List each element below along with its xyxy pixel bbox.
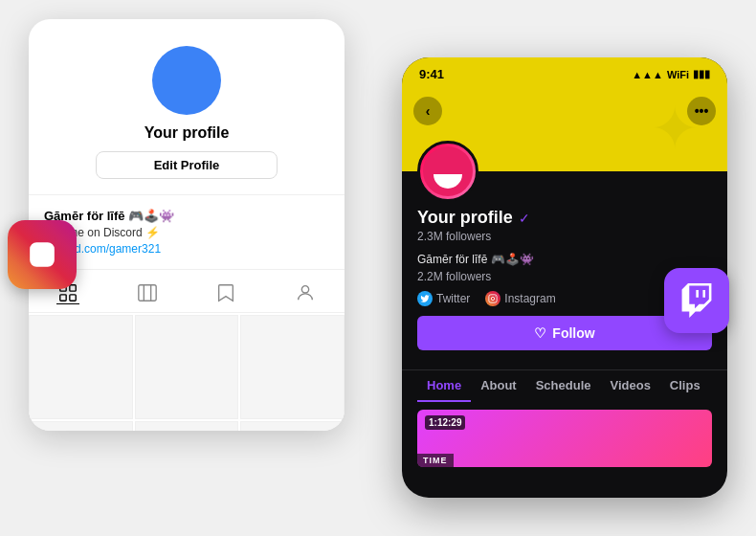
ig-tab-tagged[interactable] [294, 281, 317, 304]
ig-grid-cell-1[interactable] [29, 315, 133, 419]
twitch-bio: Gāmēr för līfē 🎮🕹️👾 [417, 253, 712, 266]
signal-icon: ▲▲▲ [632, 69, 663, 80]
ig-bio-name: Gāmēr för līfē 🎮🕹️👾 [44, 209, 329, 223]
scene: Your profile Edit Profile Gāmēr för līfē… [0, 0, 756, 536]
svg-rect-3 [70, 294, 76, 300]
twitch-back-button[interactable]: ‹ [413, 97, 442, 125]
twitch-tab-home[interactable]: Home [417, 370, 471, 402]
ig-bio-text: Join me on Discord ⚡ [44, 226, 329, 239]
twitch-banner-decoration: ✦ [651, 95, 699, 162]
wifi-icon: WiFi [667, 69, 689, 80]
twitch-nav-tabs: Home About Schedule Videos Clips [402, 369, 727, 402]
ig-photo-grid [29, 315, 345, 431]
ig-edit-profile-button[interactable]: Edit Profile [96, 151, 278, 179]
instagram-icon [29, 241, 56, 268]
svg-rect-1 [70, 284, 76, 290]
twitch-avatar-smile [434, 174, 462, 189]
svg-point-9 [37, 250, 46, 258]
ig-grid-cell-3[interactable] [240, 315, 345, 419]
twitch-logo-badge [664, 268, 729, 333]
instagram-logo-badge [8, 220, 77, 289]
ig-grid-cell-2[interactable] [135, 315, 239, 419]
instagram-social-icon [485, 291, 500, 306]
twitch-status-bar: 9:41 ▲▲▲ WiFi ▮▮▮ [402, 57, 727, 85]
twitch-avatar-face [423, 146, 473, 196]
ig-tab-saved[interactable] [214, 281, 237, 304]
svg-point-10 [47, 248, 49, 250]
svg-rect-11 [489, 295, 497, 302]
svg-point-12 [492, 297, 495, 300]
follow-label: Follow [552, 325, 594, 341]
ig-grid-cell-4[interactable] [29, 421, 133, 431]
twitch-tab-schedule[interactable]: Schedule [526, 370, 601, 402]
twitch-tab-about[interactable]: About [471, 370, 526, 402]
svg-rect-4 [139, 285, 156, 302]
twitch-username: Your profile [417, 208, 513, 228]
battery-icon: ▮▮▮ [693, 68, 710, 80]
twitch-video-preview[interactable]: 1:12:29 TIME [417, 410, 712, 467]
ig-profile-header: Your profile Edit Profile [29, 19, 345, 195]
heart-icon: ♡ [534, 325, 546, 341]
ig-grid-cell-5[interactable] [135, 421, 239, 431]
instagram-card: Your profile Edit Profile Gāmēr för līfē… [29, 19, 345, 431]
ig-avatar [152, 46, 221, 115]
twitch-video-label: TIME [417, 454, 454, 467]
svg-rect-2 [60, 294, 66, 300]
ig-tab-reels[interactable] [136, 281, 159, 304]
twitter-label: Twitter [436, 292, 470, 305]
instagram-label: Instagram [504, 292, 555, 305]
twitch-main-followers: 2.3M followers [417, 230, 712, 243]
ig-bio-link[interactable]: discord.com/gamer321 [44, 242, 329, 256]
twitch-video-timer: 1:12:29 [425, 415, 465, 430]
twitch-tab-videos[interactable]: Videos [600, 370, 659, 402]
svg-point-7 [301, 286, 308, 293]
twitch-time: 9:41 [419, 67, 444, 81]
twitch-tab-clips[interactable]: Clips [660, 370, 710, 402]
twitch-icon [679, 283, 714, 318]
ig-grid-cell-6[interactable] [240, 421, 345, 431]
twitch-twitter-link[interactable]: Twitter [417, 291, 470, 306]
twitch-verified-icon: ✓ [519, 211, 530, 226]
twitch-avatar [417, 141, 478, 202]
twitch-status-icons: ▲▲▲ WiFi ▮▮▮ [632, 68, 710, 80]
svg-point-13 [495, 296, 496, 297]
twitch-instagram-link[interactable]: Instagram [485, 291, 555, 306]
twitter-icon [417, 291, 433, 306]
ig-profile-title: Your profile [145, 124, 230, 142]
